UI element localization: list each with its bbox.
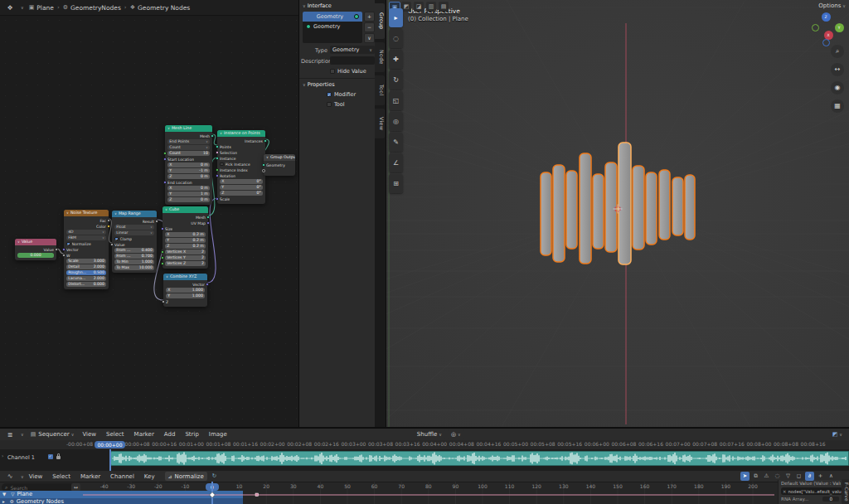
menu-item-strip[interactable]: Strip (185, 431, 198, 438)
node-socket[interactable] (216, 197, 218, 200)
menu-item-marker[interactable]: Marker (134, 431, 154, 438)
expand-icon[interactable]: ▸ (2, 499, 5, 504)
interface-socket-geometry[interactable]: Geometry (303, 12, 362, 22)
collapse-icon[interactable]: ∨ (166, 274, 168, 279)
node-field[interactable]: Z0 m (167, 174, 210, 179)
node-socket[interactable] (216, 145, 218, 148)
annotate-tool[interactable]: ✎ (389, 133, 403, 152)
add-cube-tool[interactable]: ⊞ (389, 174, 403, 193)
node-row-y[interactable]: Y-1 m (165, 168, 212, 174)
modifier-icon[interactable]: ∧ (827, 472, 836, 481)
node-field[interactable]: X0 m (167, 162, 210, 167)
hide-value-checkbox[interactable]: Hide Value (330, 68, 366, 75)
node-header[interactable]: ∨Cube (163, 206, 208, 213)
node-row-uv-map[interactable]: UV Map (163, 220, 208, 226)
node-socket[interactable] (206, 221, 209, 224)
node-cube[interactable]: ∨CubeMeshUV MapSizeX0.2 mY0.2 mZ0.2 mVer… (163, 206, 208, 269)
gizmo-z-axis[interactable]: Z (822, 12, 831, 22)
node-socket[interactable] (161, 250, 163, 253)
node-row-instances[interactable]: Instances (217, 138, 265, 144)
node-row-lacuna-[interactable]: Lacuna...2.000 (64, 276, 109, 282)
node-row-x[interactable]: X0 m (165, 186, 212, 191)
collapse-icon[interactable]: ∨ (266, 155, 269, 159)
node-socket[interactable] (262, 163, 264, 166)
node-row-size[interactable]: Size (163, 226, 208, 232)
node-row-points[interactable]: Points (217, 144, 265, 150)
interface-socket-list[interactable]: GeometryGeometry (303, 12, 362, 43)
snap-icon[interactable]: ∂ (805, 472, 814, 481)
tab-fcurve[interactable]: F-Curve (842, 479, 849, 504)
tab-view[interactable]: View (375, 109, 385, 138)
node-row-pick-instance[interactable]: Pick Instance (217, 162, 265, 167)
node-field[interactable]: Z0° (220, 191, 263, 196)
node-field[interactable]: X0° (220, 179, 263, 184)
normalize-toggle[interactable]: ⊿ Normalize (165, 472, 207, 481)
node-dropdown[interactable]: Count∨ (167, 145, 210, 150)
node-field[interactable]: To Min1.000 (114, 259, 154, 264)
node-field[interactable]: Roughn...0.500 (66, 270, 106, 275)
node-row-vector[interactable]: Vector (64, 247, 109, 253)
node-header[interactable]: ∨Group Output (264, 154, 295, 161)
node-row-y[interactable]: Y1.000 (163, 293, 207, 299)
node-row-detail[interactable]: Detail2.000 (64, 264, 109, 270)
node-row-vertices-z[interactable]: Vertices Z2 (163, 261, 208, 267)
node-field[interactable]: X1.000 (166, 288, 205, 293)
node-checkbox[interactable]: ✓ (66, 242, 70, 246)
node-row-instance-index[interactable]: Instance Index (217, 167, 265, 173)
collapse-icon[interactable]: ∨ (167, 126, 170, 130)
select-circle-tool[interactable]: ◌ (389, 29, 403, 48)
measure-tool[interactable]: ∠ (389, 153, 403, 172)
node-field[interactable]: Y1.000 (166, 293, 205, 298)
node-field[interactable]: Detail2.000 (66, 264, 106, 269)
node-row-y[interactable]: Y1 m (165, 191, 212, 197)
node-row-rotation[interactable]: Rotation (217, 173, 265, 179)
node-row-float[interactable]: Float∨ (112, 225, 157, 230)
warning-icon[interactable]: ⚠ (762, 472, 771, 481)
node-row-vertices-x[interactable]: Vertices X2 (163, 250, 208, 255)
node-socket[interactable] (216, 151, 218, 153)
node-field[interactable]: From ...0.700 (114, 254, 154, 259)
node-field[interactable]: Y0.2 m (165, 238, 206, 243)
node-row-from-[interactable]: From ...0.400 (112, 248, 157, 254)
node-field[interactable]: Z0.2 m (165, 244, 206, 249)
node-field[interactable]: Z0 m (167, 197, 210, 202)
node-row-from-[interactable]: From ...0.700 (112, 254, 157, 259)
node-row-w[interactable]: W (64, 253, 109, 259)
node-socket[interactable] (163, 152, 166, 154)
node-row-z[interactable]: Z0 m (165, 197, 212, 203)
node-header[interactable]: ∨Instance on Points (217, 130, 265, 137)
node-row-scale[interactable]: Scale (217, 196, 265, 202)
node-row-z[interactable]: Z0.2 m (163, 244, 208, 250)
node-row-x[interactable]: X0 m (165, 162, 212, 168)
collapse-icon[interactable]: ∨ (66, 211, 69, 215)
node-row-mesh[interactable]: Mesh (165, 133, 212, 139)
node-dropdown[interactable]: Float∨ (114, 225, 154, 230)
node-socket[interactable] (161, 256, 163, 259)
node-row-to-min[interactable]: To Min1.000 (112, 259, 157, 265)
node-socket[interactable] (206, 216, 209, 218)
node-dropdown[interactable]: 4D∨ (66, 230, 106, 235)
node-row-color[interactable]: Color (64, 224, 109, 230)
node-row-z[interactable]: Z0 m (165, 174, 212, 180)
gizmo-z-neg[interactable] (822, 39, 830, 46)
description-field[interactable] (330, 56, 375, 65)
add-icon[interactable]: + (816, 472, 825, 481)
tool-checkbox[interactable]: Tool (327, 101, 345, 108)
overlays-icon[interactable]: ▥ (426, 2, 436, 12)
node-row-count[interactable]: Count∨ (165, 145, 212, 151)
gizmo-y-neg[interactable] (812, 24, 819, 32)
node-row-end-location[interactable]: End Location (165, 180, 212, 186)
move-tool[interactable]: ✚ (389, 50, 403, 69)
node-editor-canvas[interactable]: ∨ValueValue0.000∨Noise TextureFacColor4D… (0, 15, 298, 427)
node-field[interactable]: X0.2 m (165, 232, 206, 237)
node-row-selection[interactable]: Selection (217, 150, 265, 156)
node-row-z[interactable]: Z0° (217, 191, 265, 196)
node-header[interactable]: ∨Noise Texture (64, 210, 109, 216)
overlay-toggle-dropdown[interactable]: ◩ ∨ (829, 429, 846, 439)
node-header[interactable]: ∨Value (15, 239, 56, 245)
viewport-objects[interactable] (386, 0, 849, 427)
node-group-output[interactable]: ∨Group OutputGeometry (264, 154, 295, 176)
node-dropdown[interactable]: End Points∨ (167, 139, 210, 144)
node-row-x[interactable]: X1.000 (163, 288, 207, 293)
node-checkbox[interactable]: ✓ (114, 237, 119, 241)
